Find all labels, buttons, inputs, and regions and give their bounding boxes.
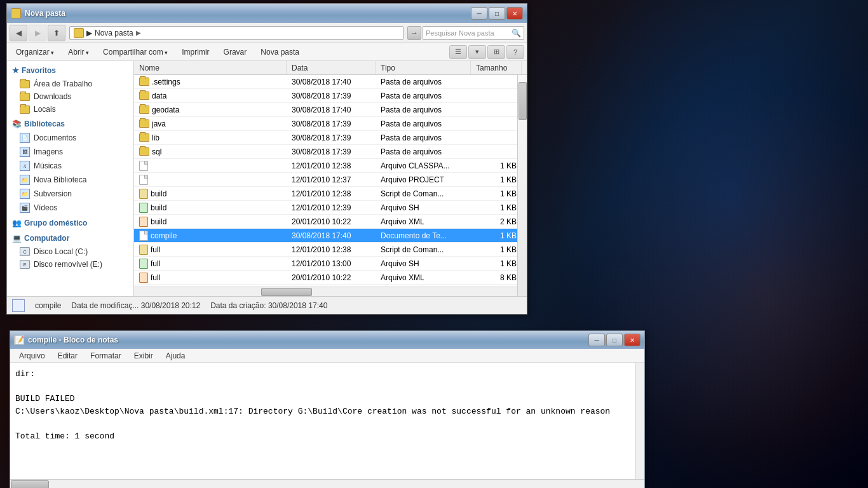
notepad-horizontal-scrollbar[interactable] [10,479,644,488]
col-header-date[interactable]: Data [287,61,376,74]
col-header-type[interactable]: Tipo [376,61,471,74]
sidebar-item-label-images: Imagens [34,147,63,156]
layout-button[interactable]: ⊞ [487,45,505,59]
organize-menu[interactable]: Organizar [10,46,60,58]
table-row[interactable]: full 12/01/2010 13:00 Arquivo SH 1 KB [134,257,527,271]
computer-icon: 💻 [12,234,22,243]
open-menu[interactable]: Abrir [62,46,95,58]
file-date-cell: 12/01/2010 13:00 [287,257,376,270]
notepad-menu-arquivo[interactable]: Arquivo [13,349,51,362]
forward-button[interactable]: ▶ [29,25,46,41]
file-size-cell: 8 KB [471,271,522,284]
notepad-menu-formatar[interactable]: Formatar [84,349,128,362]
notepad-maximize-button[interactable]: □ [606,334,623,346]
search-bar[interactable]: Pesquisar Nova pasta 🔍 [423,26,524,40]
minimize-button[interactable]: ─ [471,7,487,20]
scrollbar-thumb[interactable] [519,82,527,120]
view-button[interactable]: ☰ [449,45,467,59]
file-size: 8 KB [500,273,517,282]
folder-icon [139,147,149,156]
file-name-cell [134,159,287,172]
address-folder-icon [74,28,84,38]
notepad-hscroll-thumb[interactable] [11,480,49,489]
file-type: Arquivo SH [381,259,419,268]
table-row[interactable]: compile 30/08/2018 17:40 Documento de Te… [134,229,527,243]
sidebar-item-nova-biblioteca[interactable]: 📁 Nova Biblioteca [7,173,133,187]
file-type: Arquivo CLASSPA... [381,161,450,170]
search-icon[interactable]: 🔍 [511,28,521,38]
notepad-vertical-scrollbar[interactable] [635,363,644,479]
close-button[interactable]: ✕ [506,7,523,20]
favorites-header[interactable]: ★ Favoritos [7,64,133,78]
burn-menu[interactable]: Gravar [217,46,254,58]
sidebar-item-videos[interactable]: 🎬 Vídeos [7,201,133,215]
table-row[interactable]: .settings 30/08/2018 17:40 Pasta de arqu… [134,75,527,89]
back-button[interactable]: ◀ [10,25,27,41]
table-row[interactable]: sql 30/08/2018 17:39 Pasta de arquivos [134,145,527,159]
new-folder-menu[interactable]: Nova pasta [254,46,306,58]
file-name-cell: build [134,187,287,200]
file-name-cell: .settings [134,75,287,88]
sidebar-item-locais[interactable]: Locais [7,103,133,116]
notepad-minimize-button[interactable]: ─ [588,334,605,346]
sidebar-item-music[interactable]: ♫ Músicas [7,159,133,173]
file-name-cell [134,173,287,186]
table-row[interactable]: lib 30/08/2018 17:39 Pasta de arquivos [134,131,527,145]
notepad-titlebar: 📝 compile - Bloco de notas ─ □ ✕ [10,331,644,349]
sidebar-item-desktop[interactable]: Área de Trabalho [7,78,133,90]
sidebar-item-documents[interactable]: 📄 Documentos [7,131,133,145]
notepad-menu-ajuda[interactable]: Ajuda [159,349,192,362]
maximize-button[interactable]: □ [489,7,505,20]
notepad-menu-exibir[interactable]: Exibir [128,349,159,362]
computer-header[interactable]: 💻 Computador [7,231,133,245]
notepad-content[interactable]: dir: BUILD FAILED C:\Users\kaoz\Desktop\… [10,363,635,479]
address-bar[interactable]: ▶ Nova pasta ▶ [69,26,403,40]
table-row[interactable]: java 30/08/2018 17:39 Pasta de arquivos [134,117,527,131]
file-list-header: Nome Data Tipo Tamanho Marcas [134,61,527,75]
table-row[interactable]: build 12/01/2010 12:38 Script de Coman..… [134,187,527,201]
file-type-cell: Arquivo XML [376,215,471,228]
homegroup-section: 👥 Grupo doméstico [7,216,133,230]
file-size-cell [471,89,522,102]
sidebar-item-label-nova-biblioteca: Nova Biblioteca [34,175,86,184]
file-type-cell: Pasta de arquivos [376,89,471,102]
help-button[interactable]: ? [506,45,524,59]
sidebar-item-subversion[interactable]: 📁 Subversion [7,187,133,201]
file-name-cell: full [134,257,287,270]
sidebar-item-images[interactable]: 🖼 Imagens [7,145,133,159]
notepad-menu-editar[interactable]: Editar [51,349,84,362]
file-type: Pasta de arquivos [381,119,442,128]
horizontal-scrollbar[interactable] [134,287,527,296]
file-type-cell: Script de Coman... [376,187,471,200]
downloads-folder-icon [20,93,30,101]
file-type-cell: Arquivo XML [376,271,471,284]
col-header-marks[interactable]: Marcas [522,61,527,74]
view-toggle-button[interactable]: ▾ [468,45,486,59]
file-size-cell [471,145,522,158]
print-menu[interactable]: Imprimir [175,46,215,58]
table-row[interactable]: full 20/01/2010 10:22 Arquivo XML 8 KB [134,271,527,285]
col-header-size[interactable]: Tamanho [471,61,522,74]
share-menu[interactable]: Compartilhar com [97,46,174,58]
table-row[interactable]: 12/01/2010 12:37 Arquivo PROJECT 1 KB [134,173,527,187]
table-row[interactable]: data 30/08/2018 17:39 Pasta de arquivos [134,89,527,103]
table-row[interactable]: 12/01/2010 12:38 Arquivo CLASSPA... 1 KB [134,159,527,173]
go-button[interactable]: → [407,26,421,40]
up-button[interactable]: ⬆ [48,25,65,41]
table-row[interactable]: full 12/01/2010 12:38 Script de Coman...… [134,243,527,257]
sidebar-item-label-videos: Vídeos [34,203,57,212]
explorer-toolbar: ◀ ▶ ⬆ ▶ Nova pasta ▶ → Pesquisar Nova pa… [7,23,527,43]
table-row[interactable]: build 20/01/2010 10:22 Arquivo XML 2 KB [134,215,527,229]
libraries-header[interactable]: 📚 Bibliotecas [7,117,133,131]
hscroll-thumb[interactable] [261,288,312,296]
table-row[interactable]: geodata 30/08/2018 17:40 Pasta de arquiv… [134,103,527,117]
sidebar-item-drive-e[interactable]: E Disco removível (E:) [7,258,133,271]
notepad-close-button[interactable]: ✕ [624,334,641,346]
homegroup-header[interactable]: 👥 Grupo doméstico [7,216,133,230]
vertical-scrollbar[interactable] [517,75,527,296]
col-header-name[interactable]: Nome [134,61,287,74]
table-row[interactable]: build 12/01/2010 12:39 Arquivo SH 1 KB [134,201,527,215]
file-name: build [151,217,166,226]
sidebar-item-downloads[interactable]: Downloads [7,90,133,103]
sidebar-item-drive-c[interactable]: C Disco Local (C:) [7,245,133,258]
